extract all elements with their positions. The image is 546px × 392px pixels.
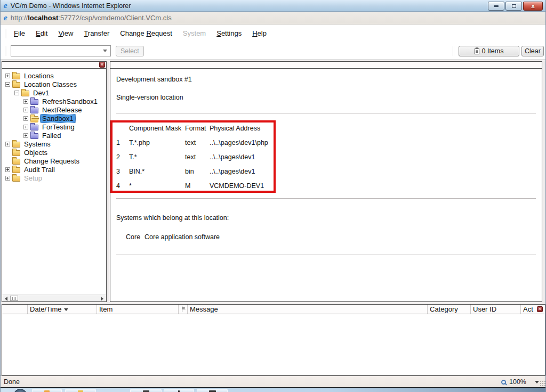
tree-item-sandbox1[interactable]: Sandbox1 — [2, 114, 106, 123]
divider — [116, 113, 536, 113]
log-column-date-time[interactable]: Date/Time — [28, 305, 97, 314]
content-body: Development sandbox #1 Single-version lo… — [110, 69, 542, 301]
folder-blue-icon — [30, 108, 38, 113]
expand-plus-icon[interactable] — [5, 74, 10, 78]
taskbar-button[interactable] — [197, 389, 228, 392]
location-description: Development sandbox #1 — [116, 76, 192, 83]
tree-item-location-classes[interactable]: Location Classes — [2, 80, 106, 88]
item-combobox[interactable] — [11, 45, 111, 56]
tree-item-setup[interactable]: Setup — [2, 174, 106, 182]
column-header-component-mask: Component Mask — [129, 125, 185, 132]
log-column-category[interactable]: Category — [428, 305, 471, 314]
tree-item-audit-trail[interactable]: Audit Trail — [2, 165, 106, 174]
select-button[interactable]: Select — [116, 46, 144, 56]
close-panel-icon[interactable] — [99, 62, 105, 68]
log-column-act[interactable]: Act — [521, 305, 545, 314]
folder-yellow-icon — [12, 74, 20, 79]
tree-body: LocationsLocation ClassesDev1RefreshSand… — [2, 69, 106, 294]
tree-item-change-requests[interactable]: Change Requests — [2, 157, 106, 165]
folder-yellow-icon — [12, 142, 20, 148]
minimize-button[interactable] — [488, 2, 504, 11]
log-column-message[interactable]: Message — [188, 305, 428, 314]
log-body — [2, 314, 545, 375]
expand-plus-icon[interactable] — [23, 108, 28, 112]
scroll-right-icon[interactable] — [101, 297, 103, 301]
clipboard-icon — [475, 48, 479, 54]
menu-item-change-request[interactable]: Change Request — [115, 28, 178, 39]
start-orb-icon[interactable] — [13, 389, 27, 392]
expand-plus-icon[interactable] — [23, 99, 28, 104]
menu-item-edit[interactable]: Edit — [30, 28, 53, 39]
tree-item-dev1[interactable]: Dev1 — [2, 88, 106, 97]
expand-plus-icon[interactable] — [23, 133, 28, 138]
taskbar-button[interactable] — [164, 389, 194, 392]
location-detail-panel: Development sandbox #1 Single-version lo… — [110, 61, 542, 302]
tree-item-fortesting[interactable]: ForTesting — [2, 123, 106, 131]
tree-item-objects[interactable]: Objects — [2, 148, 106, 157]
browser-window: e VC/m Demo - Windows Internet Explorer … — [0, 0, 546, 392]
items-count-button[interactable]: 0 Items — [459, 46, 519, 56]
folder-yellow-icon — [12, 167, 20, 173]
log-column-user-id[interactable]: User ID — [471, 305, 521, 314]
zoom-level[interactable]: 100% — [509, 378, 526, 386]
resize-grip[interactable] — [540, 380, 546, 387]
system-name: Core — [126, 233, 144, 241]
folder-yellow-icon — [12, 82, 20, 88]
taskbar-button[interactable] — [130, 389, 162, 392]
window-title: VC/m Demo - Windows Internet Explorer — [11, 2, 131, 10]
expand-plus-icon[interactable] — [23, 125, 28, 129]
expand-plus-icon[interactable] — [5, 176, 10, 181]
log-column-flag[interactable] — [179, 305, 188, 314]
url-text: http://localhost:57772/csp/vcmdemo/Clien… — [11, 14, 172, 22]
tree-item-refreshsandbox1[interactable]: RefreshSandbox1 — [2, 97, 106, 105]
collapse-minus-icon[interactable] — [5, 82, 10, 87]
windows-taskbar[interactable] — [1, 387, 546, 392]
address-bar[interactable]: e http://localhost:57772/csp/vcmdemo/Cli… — [1, 12, 546, 24]
scroll-left-icon[interactable] — [5, 297, 7, 301]
folder-open-yellow-icon — [30, 116, 38, 122]
tree-item-failed[interactable]: Failed — [2, 131, 106, 140]
folder-yellow-icon — [12, 176, 20, 182]
title-bar[interactable]: e VC/m Demo - Windows Internet Explorer … — [1, 0, 546, 12]
collapse-minus-icon[interactable] — [14, 91, 19, 95]
toolbar-grip[interactable] — [453, 46, 454, 56]
mask-table-row: 1T.*.phptext..\..\pages\dev1\php — [116, 139, 316, 153]
expand-plus-icon[interactable] — [23, 116, 28, 121]
flag-icon — [181, 306, 185, 312]
menu-item-view[interactable]: View — [53, 28, 78, 39]
ie-logo-icon: e — [4, 1, 7, 10]
expand-plus-icon[interactable] — [5, 142, 10, 146]
status-bar: Done 100% — [1, 375, 546, 387]
tree-item-systems[interactable]: Systems — [2, 140, 106, 148]
menu-item-transfer[interactable]: Transfer — [78, 28, 115, 39]
mask-table-row: 3BIN.*bin..\..\pages\dev1 — [116, 168, 316, 182]
tree-panel-header — [2, 62, 106, 69]
clear-button[interactable]: Clear — [521, 46, 544, 56]
tree-horizontal-scrollbar[interactable] — [2, 295, 106, 301]
expand-plus-icon[interactable] — [5, 167, 10, 172]
close-button[interactable]: x — [523, 2, 543, 11]
tree-item-locations[interactable]: Locations — [2, 71, 106, 80]
menu-item-file[interactable]: File — [9, 28, 30, 39]
restore-button[interactable] — [505, 2, 522, 11]
taskbar-button[interactable] — [65, 389, 96, 392]
activity-log-panel: Date/TimeItemMessageCategoryUser IDAct — [2, 304, 545, 375]
divider — [116, 255, 536, 255]
system-description: Core application software — [144, 233, 220, 241]
systems-list: CoreCore application software — [116, 233, 220, 241]
scrollbar-thumb[interactable] — [10, 296, 18, 301]
content-panel-header — [110, 62, 542, 69]
close-log-icon[interactable] — [537, 306, 543, 312]
menu-item-settings[interactable]: Settings — [211, 28, 247, 39]
taskbar-button[interactable] — [32, 389, 62, 392]
mask-table-row: 2T.*text..\..\pages\dev1 — [116, 153, 316, 168]
tree-item-nextrelease[interactable]: NextRelease — [2, 105, 106, 114]
toolbar-grip[interactable] — [5, 46, 6, 56]
log-column-item[interactable]: Item — [97, 305, 179, 314]
folder-blue-icon — [30, 133, 38, 139]
menu-item-help[interactable]: Help — [247, 28, 272, 39]
log-header: Date/TimeItemMessageCategoryUser IDAct — [2, 305, 545, 314]
log-column-blank[interactable] — [2, 305, 28, 314]
chevron-down-icon[interactable] — [535, 381, 539, 383]
toolbar-grip[interactable] — [5, 29, 6, 38]
